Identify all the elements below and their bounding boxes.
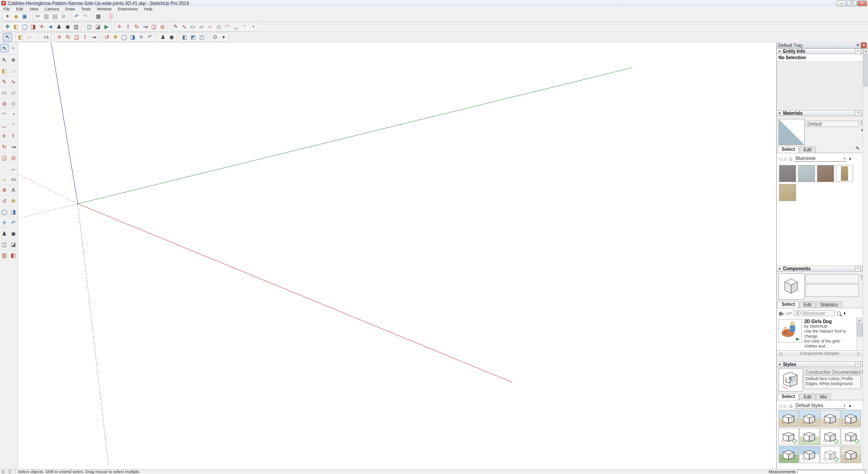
rotate-icon[interactable]: ↻ <box>0 142 9 151</box>
protractor-icon[interactable]: ◖ <box>0 175 9 183</box>
components-close-icon[interactable]: × <box>855 266 861 272</box>
materials-collection-dropdown[interactable]: Bluestone▾ <box>794 155 846 162</box>
text-icon[interactable]: A1 <box>9 175 18 183</box>
collapse-triangle-icon[interactable]: ▼ <box>778 50 781 53</box>
eyedropper-icon[interactable]: ✎ <box>854 145 861 151</box>
hide-rest-icon[interactable]: ▨ <box>72 23 80 31</box>
materials-tab-select[interactable]: Select <box>778 146 799 153</box>
paint-bucket-icon[interactable]: ◧ <box>0 66 9 75</box>
iso-view-icon[interactable]: ◩ <box>189 33 198 42</box>
warehouse-search-input[interactable]: 3D Warehouse <box>793 310 835 316</box>
menu-help[interactable]: Help <box>141 7 156 11</box>
collection-nav-icon[interactable]: ◑ <box>848 155 851 162</box>
make-component-icon[interactable]: ❖ <box>9 56 18 64</box>
forward-arrow-icon[interactable]: ▷ <box>784 404 788 408</box>
zoom-icon[interactable]: ◯ <box>0 207 9 216</box>
component-item[interactable]: 2D Girls Dogby SketchUpUse the Interact … <box>777 318 856 350</box>
save-model-icon[interactable]: ▣ <box>20 12 29 21</box>
styles-tab-mix[interactable]: Mix <box>816 394 831 400</box>
zoom-extents-icon[interactable]: ✛ <box>0 218 9 227</box>
circle-icon[interactable]: ○ <box>206 23 214 31</box>
tray-title-bar[interactable]: Default Tray ✚ ✕ <box>777 42 868 48</box>
style-thumbnail-7[interactable] <box>820 428 840 445</box>
materials-header[interactable]: ▼ Materials × <box>777 110 863 116</box>
materials-close-icon[interactable]: × <box>855 110 861 116</box>
style-thumbnail-9[interactable] <box>778 446 799 463</box>
top-view-icon[interactable]: ◰ <box>198 33 206 42</box>
style-thumbnail-2[interactable] <box>799 410 820 427</box>
zoom-extents-icon[interactable]: ✛ <box>38 23 46 31</box>
previous-view-icon[interactable]: ↶ <box>146 33 154 42</box>
three-point-arc-icon[interactable]: ◝ <box>9 121 18 129</box>
move-icon[interactable]: ✛ <box>0 131 9 140</box>
view-options-icon[interactable]: ▦▾ <box>778 311 784 316</box>
components-header[interactable]: ▼ Components × <box>777 266 863 272</box>
open-model-icon[interactable]: ◆ <box>12 12 20 21</box>
camera-dropdown-icon[interactable]: ▾ <box>219 33 228 42</box>
rectangle-icon[interactable]: ▭ <box>189 23 197 31</box>
collapse-triangle-icon[interactable]: ▼ <box>778 363 781 366</box>
text-tool-icon[interactable]: A1 <box>42 33 51 42</box>
section-display-icon[interactable]: ◪ <box>94 23 102 31</box>
menu-edit[interactable]: Edit <box>13 7 27 11</box>
entity-info-header[interactable]: ▼ Entity Info × <box>777 48 863 54</box>
look-around-icon[interactable]: ◉ <box>63 23 72 31</box>
freehand-icon[interactable]: ∿ <box>9 77 18 86</box>
collapse-triangle-icon[interactable]: ▼ <box>778 267 781 270</box>
menu-tools[interactable]: Tools <box>78 7 94 11</box>
look-around-icon[interactable]: ◉ <box>9 229 18 238</box>
paint-bucket-icon[interactable]: ◧ <box>12 23 20 31</box>
push-pull-icon[interactable]: ⇧ <box>81 33 90 42</box>
component-desc-field[interactable] <box>806 284 859 297</box>
zoom-icon[interactable]: ◯ <box>120 33 128 42</box>
copy-icon[interactable]: ▥ <box>42 12 51 21</box>
follow-me-icon[interactable]: ↝ <box>90 33 98 42</box>
style-thumbnail-10[interactable] <box>799 446 820 463</box>
polygon-icon[interactable]: ◇ <box>9 99 18 108</box>
home-dropdown-icon[interactable]: ▾ <box>790 311 792 315</box>
arc-icon[interactable]: ◠ <box>0 110 9 118</box>
position-camera-icon[interactable]: ⊙ <box>211 33 219 42</box>
styles-header[interactable]: ▼ Styles × <box>777 361 863 367</box>
zoom-icon[interactable]: ◯ <box>20 23 29 31</box>
maximize-button[interactable]: ❐ <box>847 0 857 6</box>
close-button[interactable]: ✕ <box>857 0 867 6</box>
styles-collection-dropdown[interactable]: Default Styles▾ <box>794 403 846 409</box>
pie-icon[interactable]: ◔ <box>9 110 18 118</box>
line-icon[interactable]: ✎ <box>171 23 180 31</box>
material-swatch-bluestone-dark-gray[interactable] <box>779 165 796 182</box>
style-name-field[interactable]: Construction Documentation St <box>804 369 861 375</box>
push-pull-icon[interactable]: ⇧ <box>9 131 18 140</box>
modeling-viewport[interactable] <box>18 42 776 469</box>
components-tab-statistics[interactable]: Statistics <box>816 301 842 308</box>
in-model-home-icon[interactable]: ⌂ <box>789 403 792 409</box>
select-arrow-icon[interactable]: ↖ <box>0 44 9 52</box>
select-icon[interactable]: ↖ <box>0 56 9 64</box>
tray-scrollbar[interactable]: ▲ <box>863 48 868 469</box>
search-icon[interactable] <box>837 311 841 315</box>
walk-icon[interactable]: ♟ <box>55 23 63 31</box>
zoom-window-icon[interactable]: ◨ <box>128 33 137 42</box>
styles-tab-edit[interactable]: Edit <box>799 394 815 400</box>
tape-measure-icon[interactable]: ◌ <box>0 164 9 173</box>
polygon-icon[interactable]: ◇ <box>214 23 223 31</box>
minimize-button[interactable]: — <box>836 0 846 6</box>
eraser-icon[interactable]: ▱ <box>9 66 18 75</box>
undo-icon[interactable]: ↶ <box>72 12 81 21</box>
component-name-field[interactable] <box>806 274 859 283</box>
orbit-icon[interactable]: ↺ <box>0 197 9 205</box>
style-thumbnail-6[interactable] <box>799 428 820 445</box>
pie-icon[interactable]: ◔ <box>249 23 257 31</box>
style-thumbnail-8[interactable] <box>841 428 861 445</box>
style-thumbnail-4[interactable] <box>841 410 861 427</box>
paste-icon[interactable]: ▤ <box>51 12 59 21</box>
axes-icon[interactable]: ✲ <box>0 186 9 194</box>
print-icon[interactable]: ▦ <box>94 12 103 21</box>
three-point-arc-icon[interactable]: ◝ <box>240 23 249 31</box>
modeling-canvas[interactable] <box>18 42 776 469</box>
freehand-icon[interactable]: ∿ <box>180 23 189 31</box>
front-view-icon[interactable]: ◧ <box>180 33 189 42</box>
eraser-icon[interactable]: ▱ <box>25 33 33 42</box>
material-swatch-bluestone-tan-strip[interactable] <box>836 165 853 182</box>
material-swatch-bluestone-brown[interactable] <box>817 165 834 182</box>
